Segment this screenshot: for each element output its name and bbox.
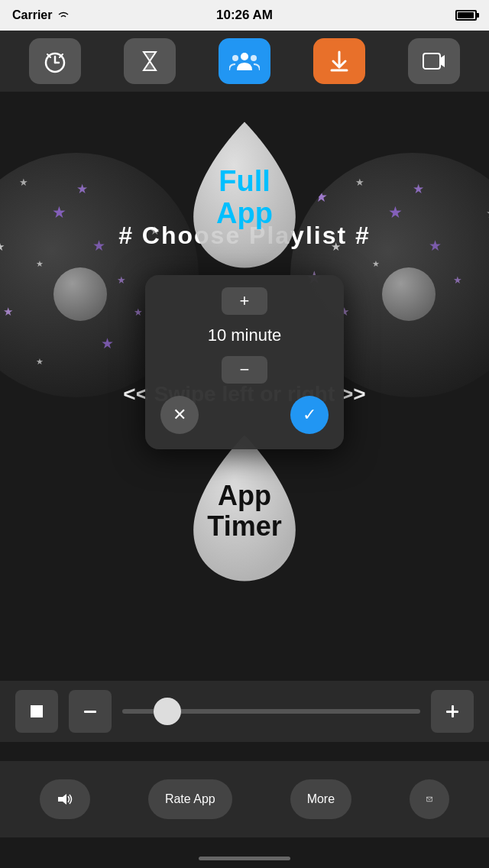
- progress-track[interactable]: [122, 709, 420, 714]
- svg-text:★: ★: [19, 177, 28, 188]
- minus-button[interactable]: [69, 690, 112, 733]
- status-carrier: Carrier: [12, 8, 70, 22]
- left-knob[interactable]: [53, 267, 107, 321]
- timer-confirm-button[interactable]: ✓: [290, 396, 329, 434]
- battery-icon: [455, 10, 477, 21]
- nav-download-button[interactable]: [313, 38, 365, 84]
- timer-cancel-button[interactable]: ✕: [160, 396, 199, 434]
- nav-video-button[interactable]: [408, 38, 460, 84]
- more-button[interactable]: More: [290, 779, 351, 819]
- timer-actions: ✕ ✓: [160, 396, 329, 434]
- svg-text:★: ★: [355, 177, 364, 188]
- svg-text:★: ★: [36, 259, 44, 268]
- svg-text:★: ★: [453, 274, 462, 286]
- svg-rect-41: [84, 711, 96, 713]
- right-knob[interactable]: [382, 267, 436, 321]
- svg-text:★: ★: [101, 335, 114, 351]
- timer-value: 10 minute: [208, 322, 282, 348]
- svg-rect-43: [446, 711, 458, 713]
- volume-icon: [57, 792, 73, 806]
- home-indicator: [199, 857, 290, 860]
- alarm-icon: [41, 47, 69, 75]
- svg-marker-44: [58, 794, 66, 805]
- nav-group-button[interactable]: [219, 38, 270, 84]
- wifi-icon: [57, 10, 70, 21]
- top-nav: [0, 31, 489, 92]
- hourglass-icon: [136, 47, 164, 75]
- app-timer-label: App Timer: [207, 481, 281, 541]
- svg-text:★: ★: [117, 274, 126, 286]
- svg-text:★: ★: [52, 203, 66, 222]
- timer-decrement-button[interactable]: −: [222, 356, 267, 384]
- plus-button[interactable]: [431, 690, 474, 733]
- plus-icon: [443, 702, 461, 721]
- svg-point-6: [232, 55, 238, 61]
- svg-point-5: [241, 53, 248, 60]
- stop-button[interactable]: [15, 690, 58, 733]
- progress-thumb[interactable]: [154, 698, 181, 725]
- video-icon: [420, 47, 448, 75]
- svg-text:★: ★: [372, 259, 380, 268]
- volume-button[interactable]: [40, 779, 90, 819]
- status-right: [455, 10, 477, 21]
- bottom-controls: [0, 681, 489, 742]
- svg-text:★: ★: [486, 206, 489, 221]
- full-app-label: Full App: [216, 166, 273, 230]
- rate-app-button[interactable]: Rate App: [148, 779, 232, 819]
- minus-icon: [81, 702, 99, 721]
- svg-text:★: ★: [36, 357, 44, 366]
- mail-icon: [426, 792, 432, 807]
- timer-dialog: + 10 minute − ✕ ✓: [145, 275, 344, 449]
- mail-button[interactable]: [410, 779, 449, 819]
- nav-timer-button[interactable]: [124, 38, 176, 84]
- nav-alarm-button[interactable]: [29, 38, 81, 84]
- svg-text:★: ★: [3, 305, 13, 318]
- download-icon: [325, 47, 353, 75]
- svg-rect-40: [31, 705, 43, 717]
- carrier-text: Carrier: [12, 8, 52, 22]
- svg-text:★: ★: [413, 182, 424, 196]
- svg-text:★: ★: [388, 203, 403, 222]
- stop-icon: [28, 702, 46, 721]
- app-timer-button[interactable]: App Timer: [168, 428, 321, 596]
- group-icon: [229, 47, 260, 75]
- full-app-button[interactable]: Full App: [168, 115, 321, 283]
- status-time: 10:26 AM: [216, 8, 273, 23]
- svg-text:★: ★: [76, 182, 88, 196]
- timer-increment-button[interactable]: +: [222, 287, 267, 315]
- svg-text:★: ★: [134, 306, 143, 318]
- status-bar: Carrier 10:26 AM: [0, 0, 489, 31]
- svg-rect-9: [423, 53, 440, 69]
- svg-point-7: [251, 55, 257, 61]
- main-content: ★ ★ ★ ★ ★ ★ ★ ★ ★ ★ ★ ★ ★ ★ ★ ★ ★ ★ ★ ★ …: [0, 92, 489, 688]
- footer-bar: Rate App More: [0, 761, 489, 837]
